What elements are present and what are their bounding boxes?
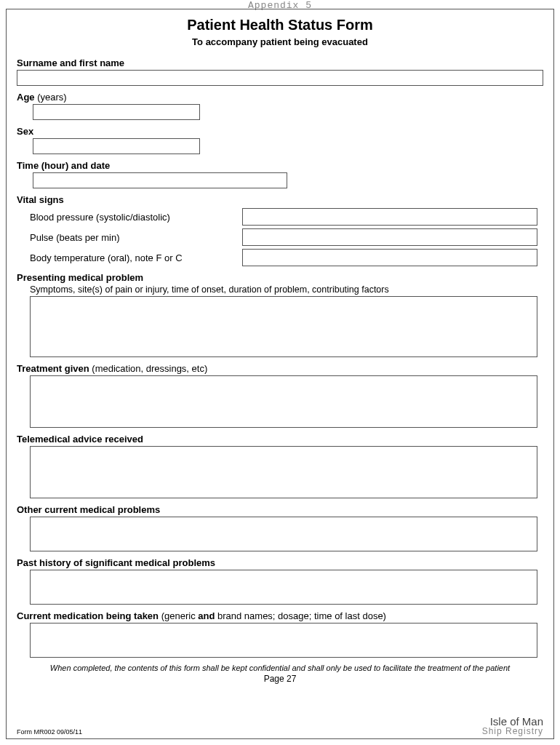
treatment-label-bold: Treatment given — [17, 363, 89, 374]
surname-input[interactable] — [17, 70, 543, 86]
telemedical-section: Telemedical advice received — [17, 434, 543, 498]
temp-label: Body temperature (oral), note F or C — [17, 252, 242, 263]
logo: Isle of Man Ship Registry — [482, 716, 543, 736]
other-label: Other current medical problems — [17, 504, 160, 515]
sex-section: Sex — [17, 126, 543, 154]
pulse-input[interactable] — [242, 228, 537, 246]
past-section: Past history of significant medical prob… — [17, 557, 543, 605]
pulse-label: Pulse (beats per min) — [17, 232, 242, 243]
page-number: Page 27 — [17, 674, 543, 684]
treatment-section: Treatment given (medication, dressings, … — [17, 363, 543, 428]
treatment-input[interactable] — [30, 375, 537, 428]
current-med-label-b: brand names; dosage; time of last dose) — [215, 610, 386, 621]
presenting-section: Presenting medical problem Symptoms, sit… — [17, 272, 543, 357]
other-input[interactable] — [30, 517, 537, 551]
age-label-rest: (years) — [35, 92, 67, 103]
vitals-section: Vital signs Blood pressure (systolic/dia… — [17, 194, 543, 266]
other-section: Other current medical problems — [17, 504, 543, 551]
form-code: Form MR002 09/05/11 — [17, 728, 82, 736]
presenting-desc: Symptoms, site(s) of pain or injury, tim… — [17, 284, 543, 295]
form-subtitle: To accompany patient being evacuated — [17, 36, 543, 47]
past-input[interactable] — [30, 570, 537, 605]
bp-label: Blood pressure (systolic/diastolic) — [17, 212, 242, 223]
age-label-bold: Age — [17, 92, 35, 103]
temp-input[interactable] — [242, 249, 537, 266]
current-med-label-and: and — [198, 610, 215, 621]
current-med-label-a: (generic — [159, 610, 198, 621]
surname-section: Surname and first name — [17, 57, 543, 86]
footer-note: When completed, the contents of this for… — [17, 664, 543, 672]
current-med-input[interactable] — [30, 623, 537, 658]
past-label: Past history of significant medical prob… — [17, 557, 215, 568]
vitals-header: Vital signs — [17, 194, 64, 205]
form-title: Patient Health Status Form — [17, 17, 543, 33]
bp-input[interactable] — [242, 208, 537, 226]
telemedical-input[interactable] — [30, 446, 537, 498]
surname-label: Surname and first name — [17, 57, 124, 68]
current-med-section: Current medication being taken (generic … — [17, 610, 543, 658]
form-container: Patient Health Status Form To accompany … — [6, 9, 554, 739]
age-input[interactable] — [33, 104, 200, 120]
telemedical-label: Telemedical advice received — [17, 434, 143, 445]
logo-top: Isle of Man — [482, 716, 543, 727]
presenting-input[interactable] — [30, 296, 537, 357]
age-section: Age (years) — [17, 92, 543, 120]
presenting-label: Presenting medical problem — [17, 272, 143, 283]
time-section: Time (hour) and date — [17, 160, 543, 188]
sex-input[interactable] — [33, 138, 200, 154]
treatment-label-rest: (medication, dressings, etc) — [89, 363, 208, 374]
logo-bot: Ship Registry — [482, 727, 543, 736]
time-label: Time (hour) and date — [17, 160, 110, 171]
time-input[interactable] — [33, 172, 287, 188]
current-med-label-bold: Current medication being taken — [17, 610, 159, 621]
sex-label: Sex — [17, 126, 33, 137]
